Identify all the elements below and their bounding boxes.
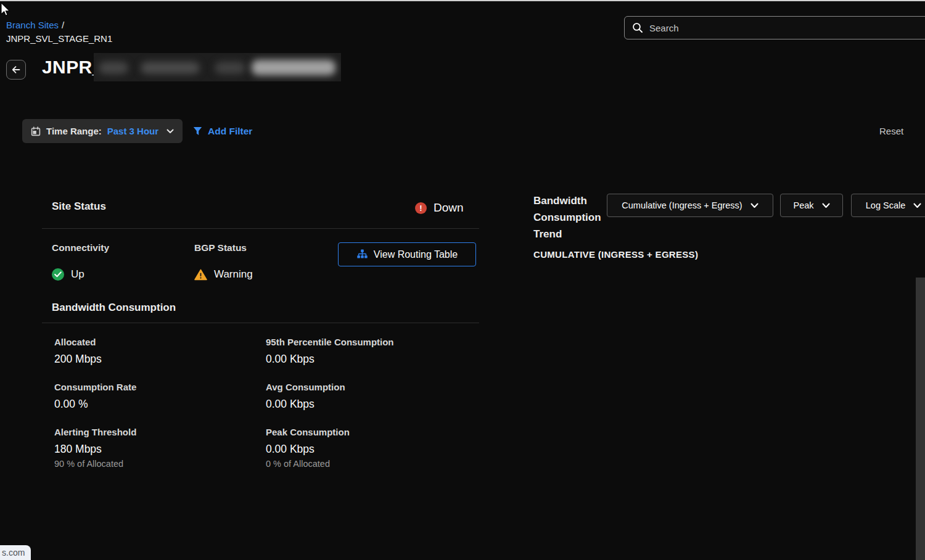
breadcrumb-separator: / <box>62 20 64 30</box>
trend-metric-dropdown-value: Cumulative (Ingress + Egress) <box>622 200 742 210</box>
search-box[interactable] <box>624 16 925 39</box>
search-icon <box>632 22 643 33</box>
connectivity-status: Up <box>52 268 84 281</box>
trend-metric-dropdown[interactable]: Cumulative (Ingress + Egress) <box>607 194 773 217</box>
bgp-status: Warning <box>194 268 253 281</box>
metric-label: Consumption Rate <box>54 382 136 392</box>
trend-chart-title: CUMULATIVE (INGRESS + EGRESS) <box>533 249 698 260</box>
metric-value: 180 Mbps <box>54 443 136 456</box>
search-input[interactable] <box>649 23 925 33</box>
metric-label: Allocated <box>54 337 102 347</box>
metric-note: 0 % of Allocated <box>266 459 350 469</box>
metric-allocated: Allocated 200 Mbps <box>54 337 102 366</box>
calendar-icon <box>31 126 41 136</box>
add-filter-label: Add Filter <box>208 126 252 137</box>
connectivity-value: Up <box>71 268 84 281</box>
site-status-heading: Site Status <box>52 200 106 213</box>
metric-label: Peak Consumption <box>266 427 350 437</box>
divider <box>42 323 479 323</box>
breadcrumb: Branch Sites/ JNPR_SVL_STAGE_RN1 <box>6 19 112 45</box>
mouse-cursor-icon <box>0 2 11 18</box>
metric-label: 95th Percentile Consumption <box>266 337 394 347</box>
metric-value: 0.00 Kbps <box>266 398 345 411</box>
redacted-blob <box>252 60 335 75</box>
chevron-down-icon <box>750 203 758 208</box>
metric-consumption-rate: Consumption Rate 0.00 % <box>54 382 136 411</box>
view-routing-table-button[interactable]: View Routing Table <box>338 242 476 266</box>
connectivity-label: Connectivity <box>52 242 109 253</box>
metric-note: 90 % of Allocated <box>54 459 136 469</box>
vertical-scrollbar[interactable] <box>916 278 925 560</box>
redacted-title-text <box>94 53 341 81</box>
trend-aggregation-dropdown[interactable]: Peak <box>780 194 843 217</box>
check-circle-icon <box>52 268 64 281</box>
warning-triangle-icon <box>194 269 207 281</box>
site-status-value: Down <box>434 201 464 215</box>
trend-scale-dropdown[interactable]: Log Scale <box>851 194 925 217</box>
metric-value: 200 Mbps <box>54 353 102 366</box>
error-circle-icon: ! <box>415 202 427 214</box>
chevron-down-icon <box>166 129 174 134</box>
reset-button[interactable]: Reset <box>879 119 903 143</box>
time-range-label: Time Range: <box>46 126 102 136</box>
bgp-value: Warning <box>214 268 253 281</box>
divider <box>42 228 479 229</box>
site-status-badge: ! Down <box>415 201 464 215</box>
bgp-status-label: BGP Status <box>194 242 247 253</box>
chevron-down-icon <box>822 203 830 208</box>
back-arrow-icon <box>11 65 21 75</box>
back-button[interactable] <box>6 60 26 80</box>
breadcrumb-current-site: JNPR_SVL_STAGE_RN1 <box>6 32 112 45</box>
metric-value: 0.00 Kbps <box>266 353 394 366</box>
time-range-value: Past 3 Hour <box>107 126 158 136</box>
trend-aggregation-dropdown-value: Peak <box>793 200 813 210</box>
bandwidth-trend-heading: Bandwidth Consumption Trend <box>533 192 605 242</box>
view-routing-table-label: View Routing Table <box>374 249 458 260</box>
metric-avg-consumption: Avg Consumption 0.00 Kbps <box>266 382 345 411</box>
metric-value: 0.00 % <box>54 398 136 411</box>
filter-funnel-icon <box>193 126 202 136</box>
redacted-blob <box>141 62 200 74</box>
browser-status-bar: s.com <box>0 545 31 560</box>
breadcrumb-link-branch-sites[interactable]: Branch Sites <box>6 20 59 30</box>
add-filter-button[interactable]: Add Filter <box>193 119 252 143</box>
routing-sitemap-icon <box>356 249 368 260</box>
metric-95th-percentile: 95th Percentile Consumption 0.00 Kbps <box>266 337 394 366</box>
app-window: Branch Sites/ JNPR_SVL_STAGE_RN1 JNPR_ <box>0 0 925 560</box>
browser-window-edge <box>0 0 925 1</box>
metric-alerting-threshold: Alerting Threshold 180 Mbps 90 % of Allo… <box>54 427 136 469</box>
metric-label: Avg Consumption <box>266 382 345 392</box>
redacted-blob <box>215 62 245 74</box>
time-range-dropdown[interactable]: Time Range: Past 3 Hour <box>22 119 183 143</box>
metric-peak-consumption: Peak Consumption 0.00 Kbps 0 % of Alloca… <box>266 427 350 469</box>
redacted-blob <box>99 62 128 74</box>
trend-scale-dropdown-value: Log Scale <box>866 200 906 210</box>
metric-value: 0.00 Kbps <box>266 443 350 456</box>
bandwidth-consumption-heading: Bandwidth Consumption <box>52 302 176 314</box>
chevron-down-icon <box>913 203 921 208</box>
metric-label: Alerting Threshold <box>54 427 136 437</box>
